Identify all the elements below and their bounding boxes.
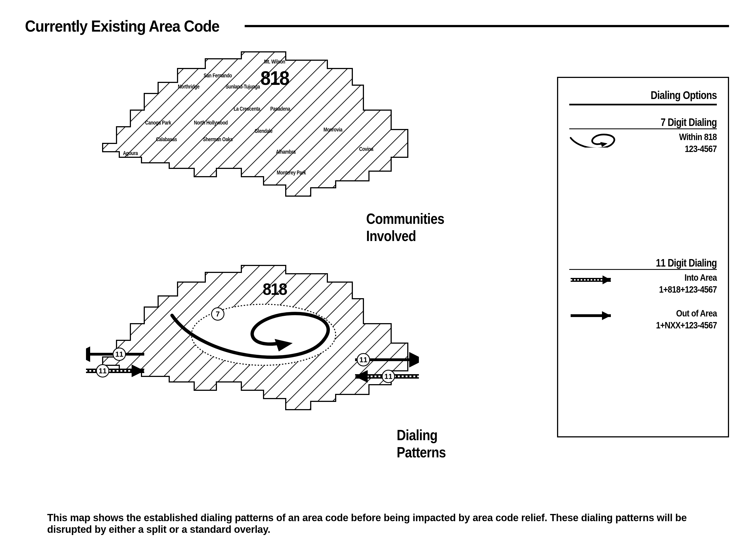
community-label: Pasadena	[270, 106, 290, 112]
arrow-into-icon	[569, 272, 619, 288]
community-label: Glendale	[255, 128, 273, 134]
legend-rule	[569, 128, 717, 129]
spiral-icon	[569, 131, 619, 147]
map-area-code: 818	[263, 280, 287, 299]
legend-item-title: 7 Digit Dialing	[592, 117, 717, 128]
page-title: Currently Existing Area Code	[25, 17, 219, 35]
arrow-out-icon	[569, 307, 619, 324]
community-label: San Fernando	[204, 73, 232, 79]
community-label: Sherman Oaks	[203, 136, 233, 143]
marker-eleven: 11	[382, 370, 395, 383]
legend-heading: Dialing Options	[592, 89, 717, 101]
legend-item-sub: Into Area	[659, 272, 717, 283]
legend-item-sub: Within 818	[679, 131, 717, 143]
marker-eleven: 11	[113, 347, 126, 361]
communities-map: 818 Mt. Wilson San Fernando Northridge S…	[86, 46, 419, 204]
legend-item-sub: 1+818+123-4567	[659, 283, 717, 295]
legend-item-sub: Out of Area	[656, 307, 717, 319]
map-area-code: 818	[260, 67, 289, 89]
community-label: Covina	[359, 146, 373, 152]
marker-eleven: 11	[357, 353, 370, 366]
legend-rule	[569, 104, 717, 105]
title-rule	[245, 25, 729, 27]
dialing-caption: Dialing Patterns	[397, 426, 446, 461]
community-label: Sunland-Tujunga	[225, 83, 260, 90]
community-label: Calabasas	[156, 136, 177, 143]
community-label: La Crescenta	[234, 106, 260, 112]
community-label: Alhambra	[276, 149, 296, 155]
legend-item-sub: 123-4567	[679, 143, 717, 155]
community-label: Monterey Park	[277, 169, 306, 176]
legend-rule	[569, 269, 717, 270]
page-title-row: Currently Existing Area Code	[25, 17, 729, 35]
community-label: Monrovia	[323, 126, 342, 133]
legend-box: Dialing Options 7 Digit Dialing Within 8…	[557, 77, 729, 437]
communities-caption: Communities Involved	[366, 210, 444, 244]
dialing-patterns-map: 818 7 11 11 11 11 Dialing Patterns	[86, 260, 419, 418]
community-label: Northridge	[178, 83, 199, 90]
footnote: This map shows the established dialing p…	[47, 512, 715, 535]
legend-item-title: 11 Digit Dialing	[592, 257, 717, 269]
legend-item-sub: 1+NXX+123-4567	[656, 319, 717, 331]
community-label: North Hollywood	[194, 120, 228, 126]
community-label: Mt. Wilson	[264, 59, 285, 65]
marker-seven: 7	[211, 307, 224, 321]
community-label: Canoga Park	[145, 120, 171, 126]
marker-eleven: 11	[96, 364, 109, 378]
arrow-into-left-icon	[86, 365, 144, 377]
community-label: Agoura	[123, 150, 138, 156]
